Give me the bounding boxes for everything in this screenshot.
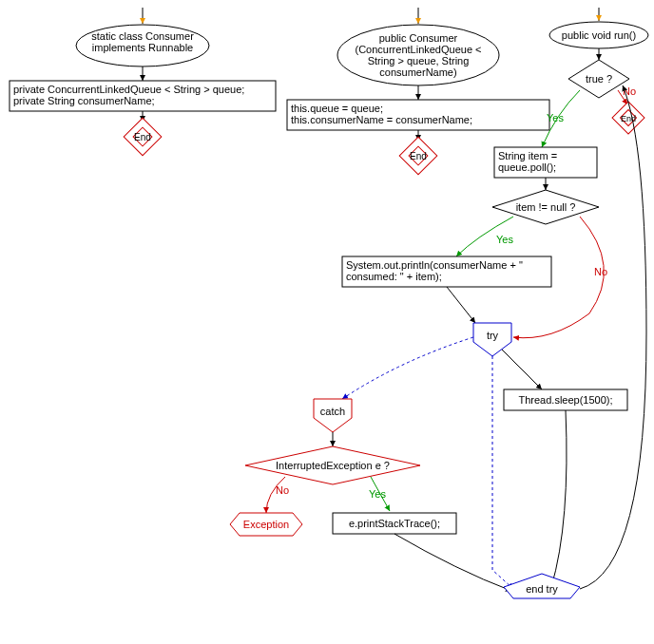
svg-text:end try: end try <box>526 583 558 595</box>
svg-text:InterruptedException e ?: InterruptedException e ? <box>276 460 390 471</box>
loop-yes-label: Yes <box>547 112 564 123</box>
if-yes-label: Yes <box>496 234 513 245</box>
catch-yes-label: Yes <box>369 488 386 500</box>
svg-text:End: End <box>410 151 427 161</box>
svg-text:try: try <box>487 330 499 341</box>
svg-text:End: End <box>621 114 636 123</box>
stmt-sleep: Thread.sleep(1500); <box>518 394 612 406</box>
fc2-body: this.queue = queue; this.consumerName = … <box>291 103 546 125</box>
catch-no-label: No <box>276 484 289 496</box>
fc3-end: End <box>612 102 644 134</box>
svg-line-28 <box>447 287 475 323</box>
fc1-start: static class Consumer implements Runnabl… <box>81 30 204 53</box>
svg-text:item != null ?: item != null ? <box>516 201 576 213</box>
fc2-end: End <box>399 137 437 175</box>
if-no-label: No <box>594 266 607 277</box>
stmt-stacktrace: e.printStackTrace(); <box>349 518 440 529</box>
svg-text:End: End <box>134 132 151 142</box>
fc1-end: End <box>124 118 162 156</box>
svg-text:catch: catch <box>320 406 345 417</box>
fc2-start: public Consumer (ConcurrentLinkedQueue <… <box>342 32 494 78</box>
fc1-body: private ConcurrentLinkedQueue < String >… <box>13 84 272 106</box>
svg-text:true ?: true ? <box>586 73 612 85</box>
svg-line-30 <box>502 350 542 389</box>
stmt-poll: String item = queue.poll(); <box>498 150 593 173</box>
stmt-println: System.out.println(consumerName + " cons… <box>346 259 548 282</box>
fc3-start: public void run() <box>562 29 636 41</box>
svg-text:Exception: Exception <box>243 519 289 530</box>
